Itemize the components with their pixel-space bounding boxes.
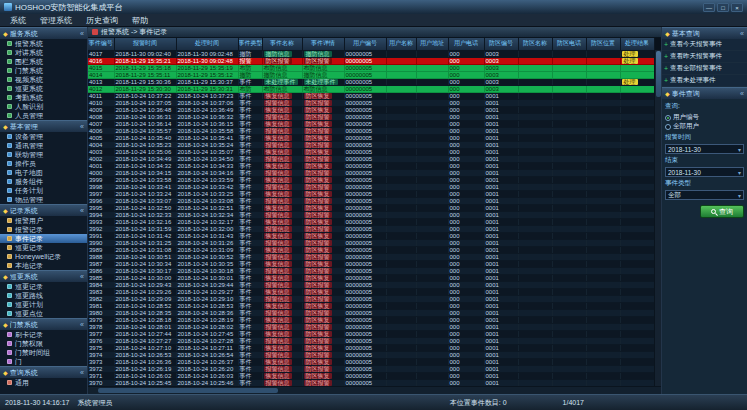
sidebar-panel-header[interactable]: ◆门禁系统«: [0, 318, 87, 330]
quick-query-button[interactable]: +查看昨天报警事件: [662, 51, 747, 63]
table-row[interactable]: 40122018-11-29 15:30:302018-11-29 15:30:…: [88, 85, 654, 92]
quick-query-button[interactable]: +查看全部报警事件: [662, 63, 747, 75]
sidebar-item[interactable]: 门禁系统: [0, 66, 87, 75]
sidebar-item[interactable]: 事件记录: [0, 234, 87, 243]
column-header[interactable]: 防区名称: [518, 38, 552, 50]
sidebar-item[interactable]: 报警用户: [0, 216, 87, 225]
table-row[interactable]: 39942018-10-24 10:32:332018-10-24 10:32:…: [88, 211, 654, 218]
event-type-select[interactable]: 全部 ▾: [665, 190, 744, 200]
sidebar-item[interactable]: 任务计划: [0, 186, 87, 195]
table-row[interactable]: 39992018-10-24 10:33:582018-10-24 10:33:…: [88, 176, 654, 183]
table-row[interactable]: 39912018-10-24 10:31:422018-10-24 10:31:…: [88, 232, 654, 239]
table-row[interactable]: 39872018-10-24 10:30:342018-10-24 10:30:…: [88, 260, 654, 267]
table-row[interactable]: 39952018-10-24 10:32:502018-10-24 10:32:…: [88, 204, 654, 211]
sidebar-item[interactable]: 巡更计划: [0, 300, 87, 309]
table-row[interactable]: 39772018-10-24 10:27:442018-10-24 10:27:…: [88, 330, 654, 337]
table-row[interactable]: 39712018-10-24 10:26:022018-10-24 10:26:…: [88, 372, 654, 379]
table-row[interactable]: 40022018-10-24 10:34:492018-10-24 10:34:…: [88, 155, 654, 162]
table-row[interactable]: 40052018-10-24 10:35:402018-10-24 10:35:…: [88, 134, 654, 141]
sidebar-item[interactable]: 门禁时间组: [0, 348, 87, 357]
column-header[interactable]: 事件详情: [302, 38, 344, 50]
column-header[interactable]: 防区电话: [552, 38, 586, 50]
sidebar-panel-header[interactable]: ◆查询系统«: [0, 366, 87, 378]
horizontal-scrollbar[interactable]: [88, 386, 661, 394]
sidebar-item[interactable]: 通用: [0, 378, 87, 387]
table-row[interactable]: 39732018-10-24 10:26:362018-10-24 10:26:…: [88, 358, 654, 365]
table-row[interactable]: 40042018-10-24 10:35:232018-10-24 10:35:…: [88, 141, 654, 148]
date-from-input[interactable]: 2018-11-30 ▾: [665, 144, 744, 154]
panel-pin-icon[interactable]: «: [740, 90, 744, 97]
date-to-input[interactable]: 2018-11-30 ▾: [665, 167, 744, 177]
window-close-button[interactable]: ×: [731, 3, 743, 12]
column-header[interactable]: 用户编号: [344, 38, 386, 50]
column-header[interactable]: 用户地址: [416, 38, 448, 50]
panel-collapse-icon[interactable]: «: [80, 207, 84, 214]
column-header[interactable]: 处理时间: [176, 38, 238, 50]
table-row[interactable]: 39862018-10-24 10:30:172018-10-24 10:30:…: [88, 267, 654, 274]
table-row[interactable]: 40032018-10-24 10:35:062018-10-24 10:35:…: [88, 148, 654, 155]
table-row[interactable]: 39782018-10-24 10:28:012018-10-24 10:28:…: [88, 323, 654, 330]
sidebar-item[interactable]: 操作员: [0, 159, 87, 168]
window-minimize-button[interactable]: —: [703, 3, 715, 12]
menu-item[interactable]: 历史查询: [79, 15, 125, 26]
column-header[interactable]: 事件名称: [262, 38, 302, 50]
table-row[interactable]: 39972018-10-24 10:33:242018-10-24 10:33:…: [88, 190, 654, 197]
sidebar-item[interactable]: Honeywell记录: [0, 252, 87, 261]
column-header[interactable]: 事件编号: [88, 38, 114, 50]
vertical-scrollbar-thumb[interactable]: [656, 51, 661, 97]
sidebar-item[interactable]: 对讲系统: [0, 48, 87, 57]
sidebar-item[interactable]: 人脸识别: [0, 102, 87, 111]
sidebar-item[interactable]: 门禁权限: [0, 339, 87, 348]
sidebar-panel-header[interactable]: ◆基本管理«: [0, 120, 87, 132]
table-row[interactable]: 39762018-10-24 10:27:272018-10-24 10:27:…: [88, 337, 654, 344]
table-row[interactable]: 40072018-10-24 10:36:142018-10-24 10:36:…: [88, 120, 654, 127]
column-header[interactable]: 报警时间: [114, 38, 176, 50]
calendar-dropdown-icon[interactable]: ▾: [738, 146, 741, 153]
sidebar-item[interactable]: 电子地图: [0, 168, 87, 177]
table-row[interactable]: 40002018-10-24 10:34:152018-10-24 10:34:…: [88, 169, 654, 176]
sidebar-panel-header[interactable]: ◆服务系统«: [0, 27, 87, 39]
sidebar-item[interactable]: 考勤系统: [0, 93, 87, 102]
table-row[interactable]: 39922018-10-24 10:31:592018-10-24 10:32:…: [88, 225, 654, 232]
sidebar-item[interactable]: 巡更路线: [0, 291, 87, 300]
table-row[interactable]: 40092018-10-24 10:36:482018-10-24 10:36:…: [88, 106, 654, 113]
quick-query-button[interactable]: +查看今天报警事件: [662, 39, 747, 51]
table-row[interactable]: 39982018-10-24 10:33:412018-10-24 10:33:…: [88, 183, 654, 190]
table-row[interactable]: 39702018-10-24 10:25:452018-10-24 10:25:…: [88, 379, 654, 386]
query-panel-header[interactable]: ◆ 基本查询 «: [662, 27, 747, 39]
sidebar-item[interactable]: 巡更系统: [0, 84, 87, 93]
sidebar-item[interactable]: 视频系统: [0, 75, 87, 84]
sidebar-item[interactable]: 巡更记录: [0, 243, 87, 252]
vertical-scrollbar[interactable]: [654, 50, 661, 386]
menu-item[interactable]: 帮助: [125, 15, 155, 26]
table-row[interactable]: 39842018-10-24 10:29:432018-10-24 10:29:…: [88, 281, 654, 288]
table-row[interactable]: 40152018-11-29 15:35:182018-11-29 15:35:…: [88, 64, 654, 71]
sidebar-panel-header[interactable]: ◆巡更系统«: [0, 270, 87, 282]
column-header[interactable]: 防区编号: [484, 38, 518, 50]
table-row[interactable]: 40062018-10-24 10:35:572018-10-24 10:35:…: [88, 127, 654, 134]
sidebar-item[interactable]: 围栏系统: [0, 57, 87, 66]
menu-item[interactable]: 系统: [3, 15, 33, 26]
sidebar-panel-header[interactable]: ◆记录系统«: [0, 204, 87, 216]
table-row[interactable]: 39792018-10-24 10:28:182018-10-24 10:28:…: [88, 316, 654, 323]
panel-pin-icon[interactable]: «: [740, 30, 744, 37]
table-row[interactable]: 40102018-10-24 10:37:052018-10-24 10:37:…: [88, 99, 654, 106]
sidebar-item[interactable]: 报警系统: [0, 39, 87, 48]
search-button[interactable]: 查询: [700, 205, 744, 218]
table-row[interactable]: 39852018-10-24 10:30:002018-10-24 10:30:…: [88, 274, 654, 281]
horizontal-scrollbar-thumb[interactable]: [98, 388, 278, 393]
panel-collapse-icon[interactable]: «: [80, 273, 84, 280]
select-dropdown-icon[interactable]: ▾: [738, 192, 741, 199]
radio-option[interactable]: 全部用户: [665, 122, 744, 131]
table-row[interactable]: 39892018-10-24 10:31:082018-10-24 10:31:…: [88, 246, 654, 253]
sidebar-item[interactable]: 本地记录: [0, 261, 87, 270]
table-row[interactable]: 39832018-10-24 10:29:262018-10-24 10:29:…: [88, 288, 654, 295]
menu-item[interactable]: 管理系统: [33, 15, 79, 26]
panel-collapse-icon[interactable]: «: [80, 321, 84, 328]
table-row[interactable]: 40012018-10-24 10:34:322018-10-24 10:34:…: [88, 162, 654, 169]
sidebar-item[interactable]: 服务组件: [0, 177, 87, 186]
radio-option[interactable]: 用户编号: [665, 113, 744, 122]
sidebar-item[interactable]: 巡更点位: [0, 309, 87, 318]
column-header[interactable]: 用户电话: [448, 38, 484, 50]
sidebar-item[interactable]: 报警记录: [0, 225, 87, 234]
